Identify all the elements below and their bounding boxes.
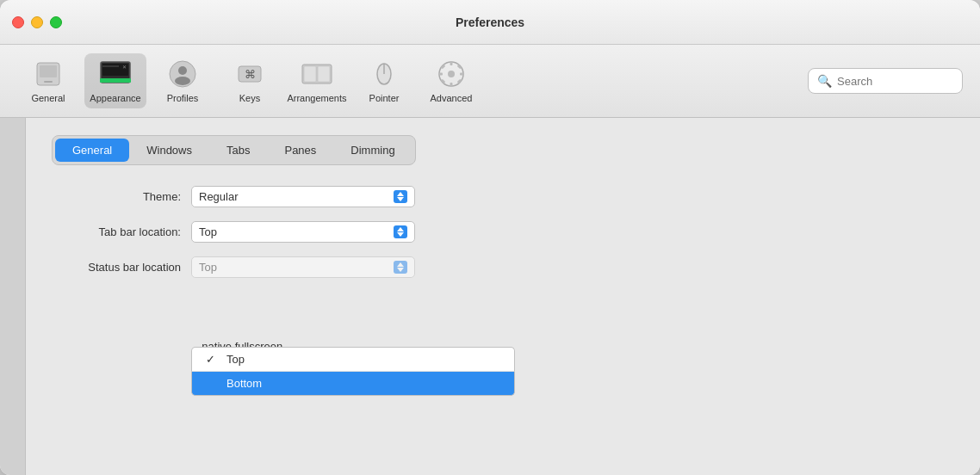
status-bar-dropdown[interactable]: ✓ Top Bottom xyxy=(191,347,515,396)
tab-bar-row: Tab bar location: Top xyxy=(52,221,954,243)
tab-general[interactable]: General xyxy=(55,139,129,162)
status-bar-select-arrows xyxy=(394,261,407,274)
theme-select[interactable]: Regular xyxy=(191,186,415,207)
toolbar-label-general: General xyxy=(31,93,65,103)
arrow-up-icon-2 xyxy=(397,227,404,231)
arrow-down-icon xyxy=(397,197,404,201)
arrangements-icon xyxy=(301,59,332,89)
theme-label: Theme: xyxy=(52,190,181,203)
toolbar-label-appearance: Appearance xyxy=(90,93,140,103)
minimize-button[interactable] xyxy=(31,16,43,28)
search-icon: 🔍 xyxy=(817,74,832,88)
svg-rect-5 xyxy=(100,78,131,83)
arrow-up-icon xyxy=(397,192,404,196)
svg-rect-14 xyxy=(304,66,316,82)
arrow-down-icon-2 xyxy=(397,232,404,237)
svg-point-19 xyxy=(448,71,455,77)
search-input[interactable] xyxy=(837,75,953,88)
main-content: General Windows Tabs Panes Dimming Theme… xyxy=(26,118,980,475)
toolbar-item-general[interactable]: General xyxy=(17,53,79,108)
tab-bar-select-arrows xyxy=(394,225,407,238)
tab-bar-value: Top xyxy=(199,225,217,238)
status-bar-label: Status bar location xyxy=(52,261,181,274)
close-button[interactable] xyxy=(12,16,24,28)
toolbar-label-keys: Keys xyxy=(239,93,260,103)
subtab-bar: General Windows Tabs Panes Dimming xyxy=(52,135,416,165)
tab-windows[interactable]: Windows xyxy=(129,139,209,162)
arrow-up-icon-3 xyxy=(397,262,404,267)
svg-rect-21 xyxy=(450,83,453,87)
traffic-lights xyxy=(12,16,62,28)
svg-text:⌘: ⌘ xyxy=(245,68,256,81)
svg-rect-27 xyxy=(457,79,462,84)
theme-value: Regular xyxy=(199,190,239,203)
window-title: Preferences xyxy=(456,15,524,29)
svg-rect-15 xyxy=(318,66,330,82)
form-section: Theme: Regular Tab bar location: Top xyxy=(52,186,954,380)
tab-bar-label: Tab bar location: xyxy=(52,225,181,238)
titlebar: Preferences xyxy=(0,0,980,45)
search-box[interactable]: 🔍 xyxy=(808,68,963,94)
svg-rect-23 xyxy=(460,73,464,76)
dropdown-option-top[interactable]: ✓ Top xyxy=(191,347,515,371)
status-bar-select[interactable]: Top xyxy=(191,256,415,278)
toolbar-label-advanced: Advanced xyxy=(431,93,473,103)
svg-text:✕: ✕ xyxy=(122,65,127,70)
toolbar-item-arrangements[interactable]: Arrangements xyxy=(286,53,348,108)
svg-rect-2 xyxy=(44,81,53,83)
toolbar-item-profiles[interactable]: Profiles xyxy=(152,53,214,108)
dropdown-option-bottom[interactable]: Bottom xyxy=(191,371,515,396)
pointer-icon xyxy=(369,59,400,89)
svg-point-9 xyxy=(178,66,187,75)
content-area: General Windows Tabs Panes Dimming Theme… xyxy=(0,118,980,475)
preferences-window: Preferences General ✕ xyxy=(0,0,980,475)
svg-rect-20 xyxy=(450,61,453,65)
status-bar-value: Top xyxy=(199,261,217,274)
svg-rect-24 xyxy=(441,65,446,70)
toolbar-label-pointer: Pointer xyxy=(369,93,400,103)
option-bottom-label: Bottom xyxy=(226,377,262,390)
svg-rect-26 xyxy=(441,79,446,84)
advanced-icon xyxy=(436,59,467,89)
tab-panes[interactable]: Panes xyxy=(267,139,333,162)
theme-select-arrows xyxy=(394,190,407,203)
toolbar-item-appearance[interactable]: ✕ Appearance xyxy=(84,53,146,108)
arrow-down-icon-3 xyxy=(397,268,404,272)
maximize-button[interactable] xyxy=(50,16,62,28)
keys-icon: ⌘ xyxy=(234,59,265,89)
svg-rect-1 xyxy=(40,65,57,77)
toolbar-item-advanced[interactable]: Advanced xyxy=(420,53,482,108)
option-top-label: Top xyxy=(226,353,245,366)
checkmark-icon: ✓ xyxy=(206,353,220,366)
toolbar-item-keys[interactable]: ⌘ Keys xyxy=(219,53,281,108)
theme-row: Theme: Regular xyxy=(52,186,954,207)
svg-point-10 xyxy=(175,77,190,85)
tab-dimming[interactable]: Dimming xyxy=(333,139,412,162)
left-sidebar xyxy=(0,118,26,475)
toolbar-label-arrangements: Arrangements xyxy=(287,93,346,103)
tab-tabs[interactable]: Tabs xyxy=(209,139,267,162)
appearance-icon: ✕ xyxy=(100,59,131,89)
toolbar-item-pointer[interactable]: Pointer xyxy=(353,53,415,108)
toolbar: General ✕ Appearance xyxy=(0,45,980,118)
tab-bar-select[interactable]: Top xyxy=(191,221,415,243)
svg-rect-22 xyxy=(438,73,443,76)
toolbar-label-profiles: Profiles xyxy=(167,93,199,103)
status-bar-row: Status bar location ✓ Top Bottom xyxy=(52,256,954,278)
profiles-icon xyxy=(167,59,198,89)
svg-rect-25 xyxy=(457,65,462,70)
general-icon xyxy=(33,59,64,89)
